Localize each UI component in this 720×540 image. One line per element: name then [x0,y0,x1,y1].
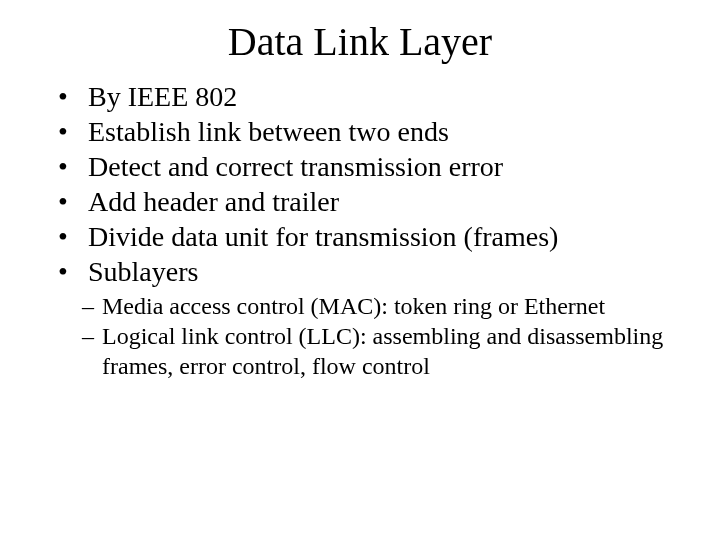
bullet-item: Divide data unit for transmission (frame… [58,219,672,254]
slide: Data Link Layer By IEEE 802 Establish li… [0,0,720,540]
bullet-text: Detect and correct transmission error [88,151,503,182]
bullet-list: By IEEE 802 Establish link between two e… [48,79,672,289]
sub-bullet-text: Logical link control (LLC): assembling a… [102,323,663,379]
sub-bullet-item: Logical link control (LLC): assembling a… [82,321,672,381]
sub-bullet-text: Media access control (MAC): token ring o… [102,293,605,319]
bullet-item: Establish link between two ends [58,114,672,149]
bullet-item: Detect and correct transmission error [58,149,672,184]
bullet-text: Sublayers [88,256,198,287]
bullet-text: Add header and trailer [88,186,339,217]
bullet-item: Sublayers [58,254,672,289]
sub-bullet-list: Media access control (MAC): token ring o… [48,291,672,381]
bullet-text: Establish link between two ends [88,116,449,147]
bullet-item: By IEEE 802 [58,79,672,114]
bullet-text: Divide data unit for transmission (frame… [88,221,558,252]
sub-bullet-item: Media access control (MAC): token ring o… [82,291,672,321]
bullet-text: By IEEE 802 [88,81,237,112]
bullet-item: Add header and trailer [58,184,672,219]
slide-title: Data Link Layer [48,18,672,65]
